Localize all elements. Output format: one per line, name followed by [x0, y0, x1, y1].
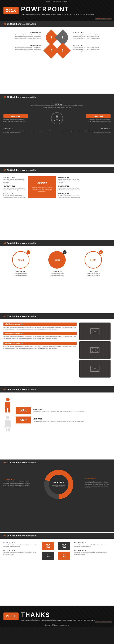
header-url: WWW.PPTSTORE.NET	[95, 18, 112, 20]
hub-bottom-right: YOUR TITLE documents analysis were used …	[62, 128, 111, 134]
svg-point-15	[6, 416, 9, 419]
slide-3-num: 03	[3, 169, 6, 172]
slide-3: 03 03.Click here to enter a title 01.YOU…	[0, 167, 114, 240]
slide7-item-a-text: documents analysis were used for data co…	[3, 481, 33, 488]
slide5-right	[79, 322, 111, 379]
stat-percent-1: 58%	[20, 408, 27, 412]
slide-8-header: 08 08.Click here to enter a title	[0, 532, 114, 539]
header-title: POWERPOINT	[21, 6, 95, 13]
slide7-item-b: B. YOUR TITLE documents analysis were us…	[85, 478, 111, 489]
slide-1-title[interactable]: 01.Click here to enter a title	[7, 23, 36, 25]
svg-rect-17	[8, 428, 10, 432]
slide-2-title[interactable]: 02.Click here to enter a title	[7, 96, 36, 98]
pinwheel-num-2: 2	[62, 36, 63, 39]
slide8-badge-1: YOURTITLE	[41, 542, 55, 550]
point-item-1: A Point 1 YOUR TITLE Participant observa…	[5, 251, 36, 276]
slide1-item-03: 03.YOUR TITLE documents analysis were us…	[73, 44, 103, 52]
slide-5-title[interactable]: 05.Click here to enter a title	[7, 315, 36, 318]
slide8-item-04: 04.YOUR TITLE documents analysis were us…	[3, 550, 40, 556]
slide-3-title[interactable]: 03.Click here to enter a title	[7, 169, 36, 172]
point-list-3: Participant observation Participant obse…	[87, 273, 100, 276]
point-list-item: Participant observation	[14, 275, 27, 276]
slide-5-header: 05 05.Click here to enter a title	[0, 313, 114, 320]
slide3-item-03-title: 03.YOUR TITLE	[3, 192, 26, 194]
point-circle-1: A Point 1	[12, 251, 29, 268]
slide-8-title[interactable]: 08.Click here to enter a title	[7, 534, 36, 537]
slide-4-num: 04	[3, 242, 6, 244]
slide1-item-04-title: 04.YOUR TITLE	[11, 44, 41, 46]
slide3-item-04-title: 04.YOUR TITLE	[58, 176, 80, 178]
slide6-bars: 58% YOUR TITLE Participant observation, …	[16, 407, 111, 424]
slide-4-header: 04 04.Click here to enter a title	[0, 240, 114, 246]
slide-1-num: 01	[3, 23, 6, 25]
stat-bar-1: 58%	[16, 407, 31, 414]
stat-title-1: YOUR TITLE	[33, 408, 111, 410]
slide3-item-05-text: documents analysis were used for data co…	[58, 187, 80, 191]
slide8-item-04-title: 04.YOUR TITLE	[3, 550, 40, 552]
hub-left-item: YOUR TITLE documents analysis were used …	[3, 114, 28, 122]
slide8-right-col: 02.YOUR TITLE documents analysis were us…	[74, 542, 111, 555]
donut-center-title: YOUR TITLE	[52, 481, 66, 483]
hub-center-icon	[51, 112, 63, 124]
point-title-1: YOUR TITLE	[16, 270, 25, 272]
slide3-item-05-title: 05.YOUR TITLE	[58, 185, 80, 187]
slide-7-title[interactable]: 07.Click here to enter a title	[7, 461, 36, 464]
point-title-3: YOUR TITLE	[89, 270, 98, 272]
point-letter-2: B	[63, 250, 66, 254]
point-list-item: Participant observation	[87, 275, 100, 276]
footer-copyright: Copyright © http://www.pptstore.net	[0, 624, 114, 626]
slide5-item-2-text: documents analysis were used for data co…	[3, 336, 77, 340]
slide5-image-3	[79, 360, 111, 378]
slide-4: 04 04.Click here to enter a title A Poin…	[0, 240, 114, 313]
slide-2: 02 02.Click here to enter a title YOUR T…	[0, 94, 114, 167]
slide5-image-2	[79, 341, 111, 359]
slide7-left: A. YOUR TITLE documents analysis were us…	[3, 479, 33, 490]
slide1-item-02-text: documents analysis were used for data co…	[73, 34, 103, 41]
slide1-item-01-title: 01.YOUR TITLE	[11, 32, 41, 34]
hub-bottom-right-text: documents analysis were used for data co…	[62, 130, 111, 134]
slide3-item-06-text: documents analysis were used for data co…	[58, 194, 80, 198]
slide8-item-04-text: documents analysis were used for data co…	[3, 552, 40, 556]
slide-4-title[interactable]: 04.Click here to enter a title	[7, 242, 36, 244]
slide-2-header: 02 02.Click here to enter a title	[0, 94, 114, 100]
point-label-3: Point 3	[90, 259, 97, 261]
slide5-left: Click here to enter a title documents an…	[3, 322, 77, 379]
point-title-2: YOUR TITLE	[52, 270, 62, 272]
hub-right-text: documents analysis were used for data co…	[86, 119, 111, 122]
point-item-3: C Point 3 YOUR TITLE Participant observa…	[78, 251, 109, 276]
slide-7: 07 07.Click here to enter a title A. YOU…	[0, 460, 114, 532]
slide8-badge-2: YOURTITLE	[57, 542, 70, 550]
slide-6-header: 06 06.Click here to enter a title	[0, 386, 114, 392]
slide5-item-3-text: documents analysis were used for data co…	[3, 346, 77, 349]
hub-left-badge: YOUR TITLE	[3, 114, 28, 118]
pinwheel-num-1: 1	[51, 36, 52, 39]
hub-bottom-right-title: YOUR TITLE	[62, 128, 111, 130]
footer-subtitle: Lorem ipsum dolor sit amet, consectetur …	[21, 619, 95, 621]
svg-point-11	[6, 398, 9, 401]
slide1-item-04: 04.YOUR TITLE documents analysis were us…	[11, 44, 41, 52]
donut-center: YOUR TITLE were used for data collection…	[52, 481, 66, 487]
slide1-item-03-title: 03.YOUR TITLE	[73, 44, 103, 46]
slide-8-num: 08	[3, 534, 6, 537]
svg-rect-16	[6, 428, 7, 432]
slide8-center-badges: YOURTITLE YOURTITLE YOURTITLE YOURTITLE	[41, 542, 73, 560]
point-list-item: Participant observation	[87, 273, 100, 275]
slide1-item-02: 02.YOUR TITLE documents analysis were us…	[73, 32, 103, 41]
hub-bottom-left: YOUR TITLE documents analysis were used …	[3, 128, 52, 134]
slide8-item-01-title: 01.YOUR TITLE	[3, 542, 40, 544]
point-letter-1: A	[26, 250, 30, 254]
header-copyright: Copyright © http://www.pptstore.net	[0, 1, 114, 2]
slide-1: 01 01.Click here to enter a title 01.YOU…	[0, 21, 114, 94]
slide3-item-02-title: 02.YOUR TITLE	[3, 185, 26, 187]
point-list-item: Participant observation	[14, 273, 27, 275]
slide5-item-3-title: Click here to enter a title	[3, 342, 77, 345]
header-section: Copyright © http://www.pptstore.net 201X…	[0, 0, 114, 21]
slide8-item-01-text: documents analysis were used for data co…	[3, 544, 40, 548]
hub-bottom-left-title: YOUR TITLE	[3, 128, 52, 130]
slide-5: 05 05.Click here to enter a title Click …	[0, 313, 114, 386]
point-list-item: Participant observation	[51, 275, 63, 276]
hub-left-text: documents analysis were used for data co…	[3, 119, 28, 122]
slide-6-title[interactable]: 06.Click here to enter a title	[7, 388, 36, 391]
donut-container: YOUR TITLE were used for data collection…	[41, 469, 76, 500]
stat-info-2: YOUR TITLE Participant observation, cont…	[33, 418, 111, 422]
